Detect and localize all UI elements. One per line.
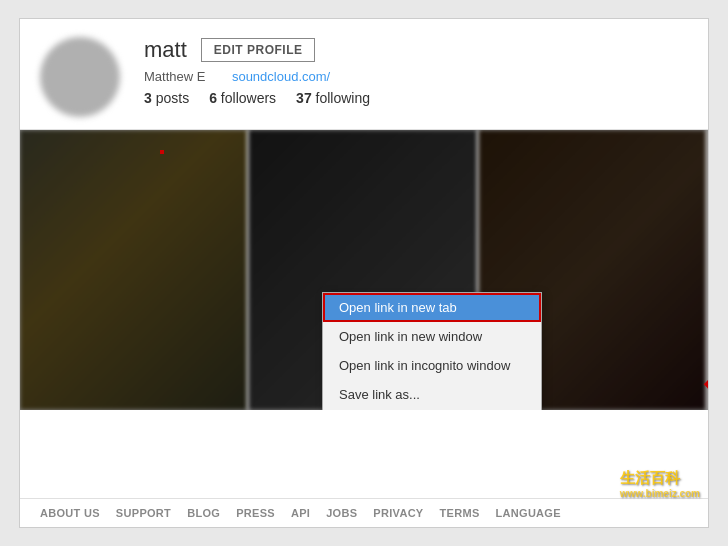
context-menu-open-new-tab[interactable]: Open link in new tab <box>323 293 541 322</box>
following-stat: 37 following <box>296 90 370 106</box>
watermark-text: 生活百科 <box>620 469 700 488</box>
context-menu-save-link[interactable]: Save link as... <box>323 380 541 409</box>
avatar <box>40 37 120 117</box>
footer-api[interactable]: API <box>291 507 310 519</box>
profile-area: matt EDIT PROFILE Matthew E soundcloud.c… <box>20 19 708 130</box>
footer-press[interactable]: PRESS <box>236 507 275 519</box>
main-window: matt EDIT PROFILE Matthew E soundcloud.c… <box>19 18 709 528</box>
context-menu-list: Open link in new tab Open link in new wi… <box>322 292 542 410</box>
footer-terms[interactable]: TERMS <box>440 507 480 519</box>
edit-profile-button[interactable]: EDIT PROFILE <box>201 38 316 62</box>
posts-count: 3 <box>144 90 152 106</box>
profile-meta: Matthew E soundcloud.com/ <box>144 69 688 84</box>
profile-top-row: matt EDIT PROFILE <box>144 37 688 63</box>
footer-blog[interactable]: BLOG <box>187 507 220 519</box>
followers-stat: 6 followers <box>209 90 276 106</box>
profile-info: matt EDIT PROFILE Matthew E soundcloud.c… <box>144 37 688 106</box>
footer-support[interactable]: SUPPORT <box>116 507 171 519</box>
following-count: 37 <box>296 90 312 106</box>
profile-stats: 3 posts 6 followers 37 following <box>144 90 688 106</box>
footer-language[interactable]: LANGUAGE <box>496 507 561 519</box>
context-menu: Open link in new tab Open link in new wi… <box>160 150 164 154</box>
followers-count: 6 <box>209 90 217 106</box>
watermark: 生活百科 www.bimeiz.com <box>620 469 700 499</box>
footer-privacy[interactable]: PRIVACY <box>373 507 423 519</box>
followers-label: followers <box>221 90 276 106</box>
username: matt <box>144 37 187 63</box>
context-menu-open-new-window[interactable]: Open link in new window <box>323 322 541 351</box>
website-link[interactable]: soundcloud.com/ <box>232 69 330 84</box>
watermark-url: www.bimeiz.com <box>620 488 700 499</box>
posts-label: posts <box>156 90 189 106</box>
posts-stat: 3 posts <box>144 90 189 106</box>
footer: ABOUT US SUPPORT BLOG PRESS API JOBS PRI… <box>20 498 708 527</box>
footer-jobs[interactable]: JOBS <box>326 507 357 519</box>
footer-about-us[interactable]: ABOUT US <box>40 507 100 519</box>
image-grid: Open link in new tab Open link in new wi… <box>20 130 708 410</box>
website-spacer <box>215 69 222 84</box>
following-label: following <box>316 90 370 106</box>
full-name: Matthew E <box>144 69 205 84</box>
context-menu-copy-link[interactable]: Copy link address <box>323 409 541 410</box>
grid-image-1 <box>20 130 249 410</box>
context-menu-open-incognito[interactable]: Open link in incognito window <box>323 351 541 380</box>
